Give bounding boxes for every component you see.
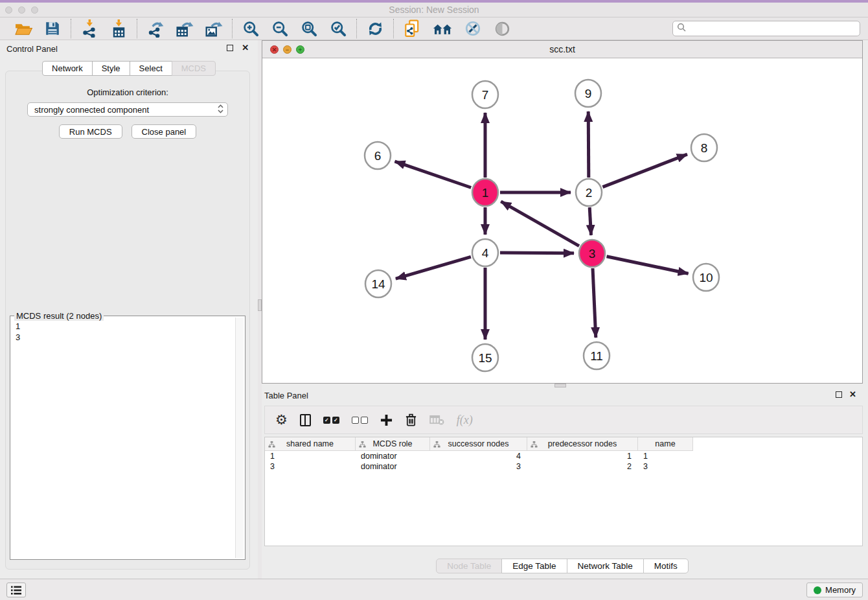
zoom-out-icon[interactable] <box>270 19 290 38</box>
eye-icon[interactable] <box>492 19 512 38</box>
table-cell: 3 <box>638 462 693 471</box>
network-window-title: scc.txt <box>262 44 862 54</box>
export-image-icon[interactable] <box>204 19 223 38</box>
node-label: 4 <box>482 246 489 260</box>
zoom-selected-icon[interactable] <box>328 19 348 38</box>
table-tabs: Node TableEdge TableNetwork TableMotifs <box>262 559 863 573</box>
search-input[interactable] <box>689 24 856 34</box>
table-row[interactable]: 3dominator323 <box>265 461 862 472</box>
column-header-MCDS-role[interactable]: MCDS role <box>356 437 430 451</box>
settings-gear-icon[interactable]: ⚙ <box>275 411 288 428</box>
network-canvas[interactable]: 7968124314101511 <box>262 58 862 383</box>
add-row-icon[interactable] <box>380 411 393 428</box>
open-session-icon[interactable] <box>14 19 33 38</box>
mcds-result-group: MCDS result (2 nodes) 13 <box>10 316 246 560</box>
node-label: 1 <box>482 186 489 200</box>
window-titlebar: Session: New Session <box>0 3 868 17</box>
column-header-predecessor-nodes[interactable]: predecessor nodes <box>527 437 638 451</box>
tab-node-table[interactable]: Node Table <box>436 559 502 573</box>
node-label: 7 <box>482 88 489 102</box>
network-window-titlebar: ✕ − + scc.txt <box>262 41 862 58</box>
column-tree-icon <box>531 441 538 448</box>
edge-2-3[interactable] <box>589 207 591 235</box>
edge-3-10[interactable] <box>607 257 689 274</box>
node-label: 3 <box>589 247 596 260</box>
control-panel: Control Panel ✕ NetworkStyleSelectMCDS O… <box>0 40 258 579</box>
tab-motifs[interactable]: Motifs <box>643 559 689 573</box>
optimization-criterion-select[interactable]: strongly connected component <box>27 102 228 117</box>
table-toolbar: ⚙ ✓✓ f(x) <box>264 406 863 434</box>
edge-4-3[interactable] <box>500 253 574 253</box>
tab-mcds[interactable]: MCDS <box>172 61 216 76</box>
table-header-row: shared name MCDS role successor nodes pr… <box>265 437 862 451</box>
column-header-successor-nodes[interactable]: successor nodes <box>430 437 527 451</box>
column-header-label: successor nodes <box>448 439 509 448</box>
table-body: 1dominator4113dominator323 <box>265 451 862 472</box>
close-panel-button[interactable]: Close panel <box>131 124 197 139</box>
column-header-shared-name[interactable]: shared name <box>265 437 356 451</box>
tab-style[interactable]: Style <box>92 61 130 76</box>
deselect-all-icon[interactable] <box>352 411 368 428</box>
optimization-criterion-label: Optimization criterion: <box>6 87 249 97</box>
export-table-icon[interactable] <box>175 19 194 38</box>
table-cell: dominator <box>356 462 430 471</box>
window-title: Session: New Session <box>0 5 868 15</box>
control-panel-float-icon[interactable] <box>227 45 233 51</box>
memory-button[interactable]: Memory <box>806 583 863 597</box>
table-panel: Table Panel ✕ ⚙ ✓✓ <box>262 387 863 579</box>
main-toolbar <box>0 17 868 40</box>
memory-status-icon <box>814 586 821 594</box>
import-network-icon[interactable] <box>80 19 99 38</box>
edge-4-14[interactable] <box>396 257 471 279</box>
mcds-panel: Optimization criterion: strongly connect… <box>5 71 250 570</box>
result-scrollbar[interactable] <box>235 317 244 558</box>
column-tree-icon <box>433 441 440 448</box>
graphics-details-icon[interactable] <box>463 19 483 38</box>
save-session-icon[interactable] <box>43 19 62 38</box>
tab-edge-table[interactable]: Edge Table <box>501 559 567 573</box>
zoom-fit-icon[interactable] <box>299 19 319 38</box>
node-label: 9 <box>585 87 592 100</box>
vertical-splitter-handle[interactable] <box>258 299 262 311</box>
refresh-view-icon[interactable] <box>365 19 385 38</box>
column-header-label: predecessor nodes <box>548 439 617 448</box>
table-cell: 1 <box>527 452 638 461</box>
table-cell: 4 <box>430 452 527 461</box>
edge-3-11[interactable] <box>593 268 596 338</box>
table-cell: 1 <box>265 452 356 461</box>
zoom-in-icon[interactable] <box>241 19 260 38</box>
export-network-icon[interactable] <box>146 19 165 38</box>
node-label: 10 <box>699 271 713 284</box>
tab-network-table[interactable]: Network Table <box>567 559 644 573</box>
column-header-label: shared name <box>286 439 334 448</box>
memory-label: Memory <box>825 585 856 595</box>
delete-icon[interactable] <box>405 411 417 428</box>
column-header-name[interactable]: name <box>638 437 693 451</box>
table-cell: 2 <box>527 462 638 471</box>
run-mcds-button[interactable]: Run MCDS <box>59 124 122 139</box>
import-table-icon[interactable] <box>109 19 128 38</box>
edge-1-6[interactable] <box>395 161 472 187</box>
control-panel-close-icon[interactable]: ✕ <box>242 43 249 52</box>
mcds-result-line: 3 <box>16 332 230 343</box>
criterion-value: strongly connected component <box>34 105 149 115</box>
edge-3-1[interactable] <box>501 202 579 246</box>
table-cell: 1 <box>638 452 693 461</box>
table-panel-close-icon[interactable]: ✕ <box>849 389 856 399</box>
application-window: Session: New Session <box>0 0 868 600</box>
table-panel-float-icon[interactable] <box>836 391 842 398</box>
column-header-label: MCDS role <box>372 439 412 448</box>
columns-icon[interactable] <box>300 411 311 428</box>
table-panel-title: Table Panel <box>264 391 308 400</box>
edge-2-8[interactable] <box>602 154 687 187</box>
clone-network-icon[interactable] <box>402 19 422 38</box>
tab-network[interactable]: Network <box>42 61 93 76</box>
column-header-label: name <box>655 439 675 448</box>
show-panels-list-button[interactable] <box>6 583 26 597</box>
table-row[interactable]: 1dominator411 <box>265 451 862 461</box>
tab-select[interactable]: Select <box>130 61 172 76</box>
node-table: shared name MCDS role successor nodes pr… <box>264 437 863 546</box>
home-browser-icon[interactable] <box>431 19 453 38</box>
edge-2-9[interactable] <box>588 111 589 178</box>
select-all-icon[interactable]: ✓✓ <box>323 411 339 428</box>
